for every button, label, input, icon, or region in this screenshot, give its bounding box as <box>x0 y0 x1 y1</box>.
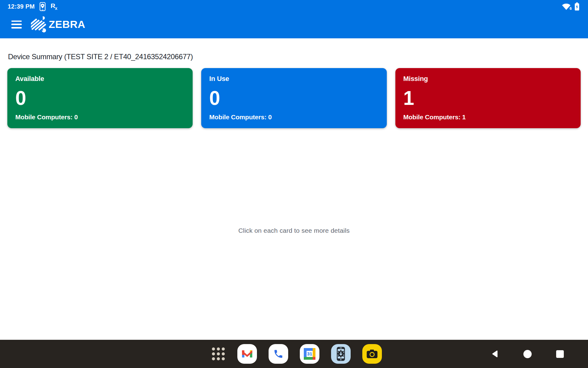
dock-apps: 31 <box>211 340 382 368</box>
card-label: Available <box>15 75 185 83</box>
card-count: 1 <box>403 89 573 108</box>
clock: 12:39 PM <box>8 3 35 10</box>
hint-text: Click on each card to see more details <box>7 227 581 234</box>
gmail-icon <box>241 349 253 359</box>
brand-wordmark: ZEBRA <box>49 18 85 30</box>
zebra-head-icon <box>31 16 47 33</box>
card-detail: Mobile Computers: 1 <box>403 113 573 121</box>
dock: 31 <box>0 340 588 368</box>
card-in-use[interactable]: In Use 0 Mobile Computers: 0 <box>201 68 386 128</box>
navigation-keys <box>490 340 565 368</box>
back-icon[interactable] <box>490 349 500 359</box>
status-bar: 12:39 PM Rx 6 <box>0 0 588 13</box>
card-available[interactable]: Available 0 Mobile Computers: 0 <box>7 68 193 128</box>
device-updater-app-icon[interactable] <box>331 344 351 364</box>
card-label: In Use <box>209 75 379 83</box>
calendar-app-icon[interactable]: 31 <box>300 344 319 364</box>
camera-app-icon[interactable] <box>362 344 382 364</box>
app-bar: ZEBRA <box>0 13 588 38</box>
recents-icon[interactable] <box>555 349 565 359</box>
card-count: 0 <box>15 89 185 108</box>
device-updater-icon <box>336 346 346 362</box>
device-summary-cards: Available 0 Mobile Computers: 0 In Use 0… <box>7 68 581 128</box>
camera-icon <box>366 349 378 359</box>
rxlogger-icon: Rx <box>51 2 57 10</box>
page-title: Device Summary (TEST SITE 2 / ET40_24163… <box>8 52 581 61</box>
app-drawer-icon[interactable] <box>211 347 226 361</box>
card-count: 0 <box>209 89 379 108</box>
wifi-icon: 6 <box>562 2 571 10</box>
phone-icon <box>273 349 284 359</box>
device-tracker-icon <box>40 2 46 11</box>
phone-app-icon[interactable] <box>269 344 288 364</box>
main-content: Device Summary (TEST SITE 2 / ET40_24163… <box>0 38 588 234</box>
wifi6-label: 6 <box>570 6 572 11</box>
card-label: Missing <box>403 75 573 83</box>
calendar-icon: 31 <box>304 348 315 360</box>
card-detail: Mobile Computers: 0 <box>15 113 185 121</box>
card-detail: Mobile Computers: 0 <box>209 113 379 121</box>
calendar-day-label: 31 <box>307 351 313 357</box>
home-icon[interactable] <box>522 349 532 359</box>
zebra-logo: ZEBRA <box>31 16 85 33</box>
card-missing[interactable]: Missing 1 Mobile Computers: 1 <box>395 68 581 128</box>
gmail-app-icon[interactable] <box>237 344 257 364</box>
battery-charging-icon <box>575 2 579 11</box>
menu-icon[interactable] <box>11 21 22 29</box>
